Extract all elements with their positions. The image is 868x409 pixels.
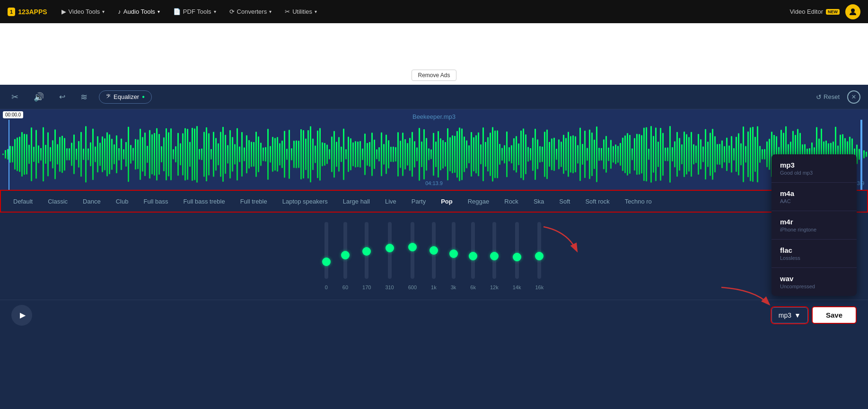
eq-slider-track-14k[interactable] [515, 222, 519, 279]
svg-rect-28 [64, 138, 65, 171]
eq-sliders: 0601703106001k3k6k12k14k16k [324, 222, 544, 290]
eq-knob-14k[interactable] [513, 253, 521, 261]
svg-rect-227 [535, 129, 536, 180]
svg-rect-112 [263, 148, 264, 161]
preset-tab-techno-ro[interactable]: Techno ro [618, 195, 658, 208]
eq-slider-track-600[interactable] [411, 222, 414, 279]
format-option-wav[interactable]: wavUncompressed [772, 268, 857, 296]
eq-knob-12k[interactable] [490, 252, 499, 260]
logo[interactable]: 1 123APPS [8, 8, 47, 16]
video-editor-link[interactable]: Video Editor NEW [789, 8, 840, 15]
preset-tab-club[interactable]: Club [109, 195, 135, 208]
eq-band-3k: 3k [451, 222, 456, 290]
eq-knob-600[interactable] [408, 243, 417, 251]
svg-rect-141 [331, 136, 333, 172]
preset-tab-live[interactable]: Live [378, 195, 403, 208]
preset-tab-dance[interactable]: Dance [76, 195, 107, 208]
save-button[interactable]: Save [812, 306, 857, 324]
preset-tab-reggae[interactable]: Reggae [461, 195, 496, 208]
eq-slider-track-3k[interactable] [452, 222, 456, 279]
svg-rect-24 [54, 129, 56, 179]
format-option-mp3[interactable]: mp3Good old mp3 [772, 154, 857, 183]
reset-button[interactable]: ↺ Reset [816, 93, 840, 101]
waveform-button[interactable]: ≋ [77, 90, 91, 104]
preset-tab-party[interactable]: Party [405, 195, 432, 208]
format-option-m4a[interactable]: m4aAAC [772, 183, 857, 211]
svg-rect-52 [121, 139, 122, 170]
eq-label-170: 170 [362, 285, 371, 290]
svg-rect-304 [717, 144, 718, 164]
svg-rect-196 [461, 129, 463, 180]
svg-rect-254 [598, 148, 600, 160]
eq-knob-310[interactable] [386, 244, 394, 252]
eq-slider-track-0[interactable] [324, 222, 328, 279]
format-dropdown[interactable]: mp3 ▼ [772, 307, 808, 323]
volume-button[interactable]: 🔊 [30, 90, 48, 104]
eq-slider-track-170[interactable] [365, 222, 368, 279]
svg-rect-44 [102, 136, 103, 172]
cut-button[interactable]: ✂ [8, 90, 22, 104]
user-avatar[interactable] [845, 4, 860, 19]
eq-slider-track-12k[interactable] [492, 222, 496, 279]
svg-rect-43 [99, 142, 101, 166]
eq-slider-track-1k[interactable] [432, 222, 436, 279]
eq-label-16k: 16k [535, 285, 544, 290]
svg-rect-60 [140, 129, 141, 180]
svg-rect-9 [19, 137, 20, 172]
close-button[interactable]: × [847, 90, 860, 104]
preset-tab-pop[interactable]: Pop [434, 195, 459, 208]
svg-rect-118 [277, 137, 278, 172]
equalizer-button[interactable]: 𝄢 Equalizer • [99, 90, 152, 104]
svg-rect-149 [350, 138, 351, 170]
eq-knob-1k[interactable] [430, 246, 438, 255]
svg-rect-183 [430, 150, 432, 159]
preset-tab-large-hall[interactable]: Large hall [336, 195, 377, 208]
nav-utilities[interactable]: ✂ Utilities ▾ [280, 5, 322, 18]
eq-knob-0[interactable] [322, 258, 331, 266]
nav-video-tools[interactable]: ▶ Video Tools ▾ [57, 5, 110, 18]
preset-tab-full-bass[interactable]: Full bass [137, 195, 175, 208]
undo-button[interactable]: ↩ [55, 90, 69, 103]
preset-tab-laptop-speakers[interactable]: Laptop speakers [276, 195, 334, 208]
preset-tab-full-bass-treble[interactable]: Full bass treble [176, 195, 231, 208]
eq-knob-6k[interactable] [469, 252, 477, 260]
eq-knob-170[interactable] [362, 247, 371, 256]
format-option-flac[interactable]: flacLossless [772, 240, 857, 268]
svg-rect-83 [194, 128, 195, 180]
remove-ads-button[interactable]: Remove Ads [412, 70, 456, 81]
preset-tab-soft-rock[interactable]: Soft rock [579, 195, 616, 208]
nav-pdf-tools[interactable]: 📄 PDF Tools ▾ [168, 5, 221, 18]
eq-slider-track-16k[interactable] [537, 222, 541, 279]
play-button[interactable]: ▶ [11, 305, 32, 326]
eq-knob-3k[interactable] [449, 249, 458, 258]
waveform-container[interactable]: 00:00.0 Beekeeper.mp3 04:13.9 04:13.9 [0, 109, 868, 190]
waveform-svg [0, 124, 868, 185]
eq-slider-track-310[interactable] [388, 222, 392, 279]
preset-tab-full-treble[interactable]: Full treble [234, 195, 274, 208]
svg-rect-152 [357, 142, 359, 167]
svg-rect-46 [106, 133, 108, 177]
eq-knob-60[interactable] [341, 251, 350, 259]
preset-tab-classic[interactable]: Classic [41, 195, 74, 208]
nav-pdf-tools-label: PDF Tools [183, 8, 211, 15]
svg-rect-268 [631, 148, 633, 160]
eq-band-60: 60 [342, 222, 348, 290]
nav-audio-tools[interactable]: ♪ Audio Tools ▾ [113, 5, 164, 18]
eq-slider-track-6k[interactable] [471, 222, 475, 279]
format-option-m4r[interactable]: m4riPhone ringtone [772, 211, 857, 240]
preset-tab-soft[interactable]: Soft [552, 195, 577, 208]
toolbar: ✂ 🔊 ↩ ≋ 𝄢 Equalizer • ↺ Reset × [0, 85, 868, 109]
nav-converters[interactable]: ⟳ Converters ▾ [225, 5, 277, 18]
preset-tab-rock[interactable]: Rock [498, 195, 525, 208]
preset-tab-default[interactable]: Default [7, 195, 39, 208]
eq-label-60: 60 [342, 285, 348, 290]
svg-rect-100 [234, 144, 236, 165]
eq-slider-track-60[interactable] [343, 222, 347, 279]
eq-knob-16k[interactable] [535, 252, 544, 260]
svg-rect-192 [452, 135, 453, 173]
svg-rect-79 [184, 128, 186, 181]
preset-tabs: DefaultClassicDanceClubFull bassFull bas… [0, 190, 868, 213]
preset-tab-ska[interactable]: Ska [527, 195, 551, 208]
svg-rect-275 [648, 149, 649, 160]
eq-band-600: 600 [408, 222, 417, 290]
